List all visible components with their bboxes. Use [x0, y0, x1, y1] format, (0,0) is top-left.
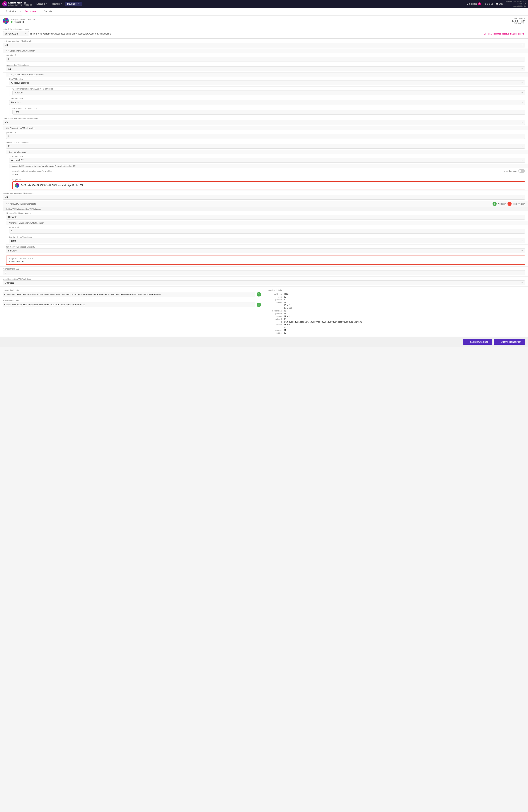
assets-v3-header: V3: XcmV3MultiassetMultiAssets + Add ite…	[3, 201, 528, 207]
bene-id-avatar	[15, 183, 19, 188]
enc-val: 8479c8ea5480acca5a847133cd97a87801b6e698…	[284, 321, 362, 323]
wiki-link[interactable]: 📖 Wiki	[496, 3, 503, 5]
asset-fun-chevron: ▼	[521, 250, 523, 252]
asset-concrete-interior-selector[interactable]: Here ▼	[9, 238, 525, 243]
extrinsic-label: submit the following extrinsic	[0, 26, 528, 30]
encoding-detail-row: assets 03 04	[267, 323, 525, 326]
encoding-detail-row: beneficiary 03	[267, 309, 525, 312]
encoding-rows: callindex 1f08 dest 03 parents 02 interi…	[267, 293, 525, 334]
dest-gc-selector[interactable]: Polkadot ▼	[12, 90, 525, 95]
bene-accountid32-header: AccountId32: {network: Option<XcmV3Junct…	[10, 164, 528, 168]
submit-unsigned-button[interactable]: → Submit Unsigned	[463, 339, 492, 345]
beneficiary-selector[interactable]: V3 ▼	[3, 120, 525, 125]
network-label: Network	[52, 3, 60, 5]
assets-selector[interactable]: V3 ▼	[3, 195, 525, 200]
dest-selector[interactable]: V3 ▼	[3, 43, 525, 47]
enc-val: 00	[284, 326, 286, 329]
settings-nav: ⚙ Settings 1	[465, 2, 482, 6]
copy-call-data-button[interactable]: ⎘	[257, 292, 261, 296]
tab-extrinsics[interactable]: Extrinsics	[3, 8, 19, 15]
developer-button[interactable]: Developer ▼	[65, 2, 82, 6]
add-item-button[interactable]: +	[493, 202, 497, 206]
top-nav: A Kusama Asset Hub statemine/1001002 • #…	[0, 0, 528, 8]
dest-junction1-row: XcmV3Junction GlobalConsensus ▼	[6, 77, 528, 87]
bene-network-value: None	[12, 173, 525, 176]
extrinsic-selector-row: polkadotXcm ▼ limitedReserveTransferAsse…	[0, 30, 528, 38]
dest-gc-chevron: ▼	[521, 92, 523, 94]
dest-interior-selector[interactable]: X2 ▼	[6, 67, 525, 71]
weight-limit-row: weightLimit: XcmV3WeightLimit Unlimited …	[0, 277, 528, 287]
dest-parents-value[interactable]: 2	[6, 57, 525, 61]
wiki-icon: 📖	[496, 3, 498, 5]
bene-accountid32-block: AccountId32: {network: Option<XcmV3Junct…	[9, 164, 528, 191]
bene-interior-row: interior: XcmV3Junctions X1 ▼	[3, 140, 528, 150]
dest-chevron: ▼	[521, 44, 523, 46]
bene-network-label: network: Option<XcmV3JunctionNetworkId>	[12, 170, 52, 172]
dest-gc-label: GlobalConsensus: XcmV3JunctionNetworkId	[12, 88, 525, 90]
account-status-dot	[11, 21, 13, 23]
asset-fun-selector[interactable]: Fungible ▼	[6, 248, 525, 253]
nav-logo: A	[2, 1, 8, 6]
accounts-button[interactable]: Accounts ▼	[34, 2, 49, 6]
dest-parachain-value[interactable]: 1000	[12, 110, 525, 115]
pallet-selector[interactable]: polkadotXcm ▼	[3, 31, 29, 37]
pallet-chevron: ▼	[25, 33, 27, 35]
dest-value: V3	[5, 44, 8, 46]
see-link[interactable]: See ['Pallet::limited_reserve_transfer_a…	[484, 33, 525, 35]
beneficiary-v3-block: V3: StagingXcmV3MultiLocation parents: u…	[3, 126, 528, 191]
bene-parents-label: parents: u8	[6, 131, 525, 134]
github-link[interactable]: ⊙ GitHub	[485, 3, 493, 5]
fee-asset-label: feeAssetItem: u32	[3, 268, 525, 270]
enc-val: 03 04	[284, 323, 290, 326]
enc-val: 02	[284, 301, 286, 304]
balance-address: Fa21tofAVF...	[512, 22, 525, 24]
dest-parachain-label: Parachain: Compact<u32>	[12, 107, 525, 110]
encoded-call-data-label: encoded call data	[3, 289, 261, 291]
beneficiary-v3-header: V3: StagingXcmV3MultiLocation	[3, 126, 528, 130]
encoded-left: encoded call data 0x1f0803020209200a10f0…	[0, 287, 264, 337]
encoding-detail-row: callindex 1f08	[267, 293, 525, 295]
tab-decode[interactable]: Decode	[41, 8, 55, 15]
asset-id-selector[interactable]: Concrete ▼	[6, 215, 525, 219]
bene-network-section: network: Option<XcmV3JunctionNetworkId> …	[10, 168, 528, 177]
bene-interior-selector[interactable]: X1 ▼	[6, 144, 525, 149]
network-button[interactable]: Network ▼	[50, 2, 65, 6]
bene-junction-chevron: ▼	[521, 159, 523, 161]
asset-fungible-highlighted[interactable]: Fungible: Compact<u128> 500000000000	[6, 256, 525, 265]
encoding-detail-row: parents 01	[267, 329, 525, 332]
encoded-section: encoded call data 0x1f0803020209200a10f0…	[0, 287, 528, 337]
version-info: Polkadot parachain v1.10.0 api v10.12.4 …	[506, 0, 526, 8]
remove-item-button[interactable]: −	[508, 202, 512, 206]
submit-transaction-icon: →	[497, 340, 500, 343]
account-section: using the selected account DRW3RK	[3, 18, 35, 24]
encoding-details: encoding details callindex 1f08 dest 03 …	[264, 287, 528, 337]
dest-interior-label: interior: XcmV3Junctions	[6, 64, 525, 66]
enc-key: id	[267, 326, 284, 329]
extrinsic-form: submit the following extrinsic polkadotX…	[0, 26, 528, 39]
bene-junction-row: XcmV3Junction AccountId32 ▼	[6, 154, 528, 164]
encoding-detail-row: interior 02	[267, 301, 525, 304]
enc-key: callindex	[267, 293, 284, 295]
settings-label: Settings	[469, 3, 477, 5]
extrinsic-method: limitedReserveTransferAssets(dest, benef…	[30, 32, 111, 35]
bene-parents-value[interactable]: 0	[6, 134, 525, 139]
enc-val: 00	[284, 318, 286, 320]
developer-chevron: ▼	[78, 3, 80, 5]
tab-submission[interactable]: Submission	[22, 8, 40, 15]
pallet-name: polkadotXcm	[5, 32, 18, 35]
assets-v3-block: V3: XcmV3MultiassetMultiAssets + Add ite…	[3, 201, 528, 266]
include-option-toggle[interactable]	[518, 169, 525, 173]
submit-transaction-button[interactable]: → Submit Transaction	[494, 339, 525, 345]
enc-val: 02	[284, 299, 286, 301]
dest-junction1-selector[interactable]: GlobalConsensus ▼	[9, 81, 525, 85]
enc-key: parents	[267, 299, 284, 301]
bene-junction-selector[interactable]: AccountId32 ▼	[9, 158, 525, 163]
dest-junction1-chevron: ▼	[521, 82, 523, 84]
weight-limit-selector[interactable]: Unlimited ▼	[3, 280, 525, 285]
copy-call-hash-button[interactable]: ⎘	[257, 303, 261, 307]
dest-junction2-selector[interactable]: Parachain ▼	[9, 100, 525, 105]
fee-asset-value[interactable]: 0	[3, 270, 525, 275]
asset-concrete-parents-value[interactable]: 1	[9, 229, 525, 234]
weight-limit-value: Unlimited	[5, 281, 14, 284]
bene-id-highlighted[interactable]: Fa21tofAVF6jAR95K8NSbfLFiW3dabpdvfJVy492…	[12, 181, 525, 189]
